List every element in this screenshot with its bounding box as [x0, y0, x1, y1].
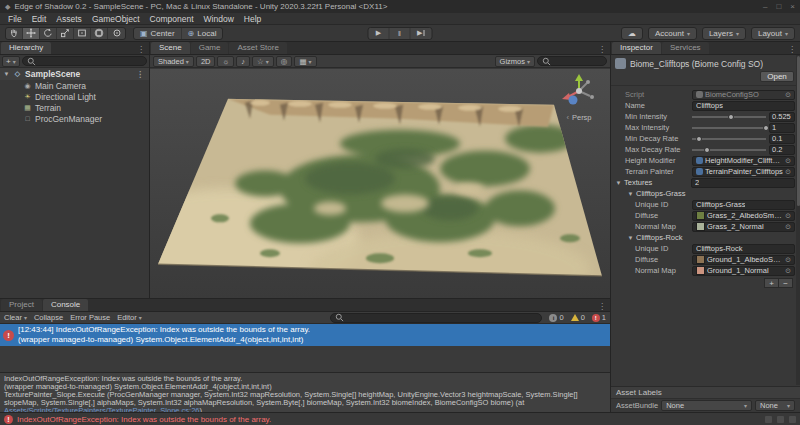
- scene-orientation-gizmo[interactable]: ‹ Persp: [556, 71, 602, 122]
- object-picker-icon[interactable]: ⊙: [785, 256, 791, 264]
- pivot-mode-button[interactable]: ▣ Center: [134, 28, 182, 39]
- normal-texture-field[interactable]: Ground_1_Normal ⊙: [692, 266, 795, 276]
- warning-count-toggle[interactable]: 0: [571, 313, 585, 322]
- max-intensity-slider[interactable]: [692, 123, 766, 133]
- tab-console[interactable]: Console: [43, 299, 88, 311]
- maximize-button[interactable]: □: [776, 2, 781, 11]
- info-count-toggle[interactable]: i 0: [549, 313, 563, 322]
- assetbundle-dropdown[interactable]: None ▾: [661, 400, 752, 411]
- 2d-toggle[interactable]: 2D: [196, 56, 216, 67]
- rotation-space-button[interactable]: ⊕ Local: [182, 28, 223, 39]
- scene-menu-icon[interactable]: ⋮: [594, 45, 610, 54]
- min-decay-slider[interactable]: [692, 134, 766, 144]
- audio-toggle[interactable]: ♪: [236, 56, 250, 67]
- scene-options-icon[interactable]: ⋮: [136, 70, 146, 79]
- open-button[interactable]: Open: [760, 71, 794, 82]
- remove-element-button[interactable]: −: [778, 278, 793, 288]
- lighting-toggle[interactable]: ☼: [217, 56, 234, 67]
- slider-handle[interactable]: [696, 136, 702, 142]
- minimize-button[interactable]: –: [763, 2, 767, 11]
- hierarchy-menu-icon[interactable]: ⋮: [133, 45, 149, 54]
- visibility-toggle[interactable]: ◎: [276, 56, 293, 67]
- create-object-button[interactable]: + ▾: [2, 56, 20, 67]
- menu-assets[interactable]: Assets: [51, 14, 87, 24]
- collapse-toggle[interactable]: Collapse: [34, 313, 63, 322]
- min-decay-value[interactable]: 0.1: [769, 134, 795, 144]
- status-message[interactable]: IndexOutOfRangeException: Index was outs…: [17, 415, 271, 424]
- array-size-field[interactable]: 2: [691, 178, 795, 188]
- projection-toggle[interactable]: ‹ Persp: [556, 113, 602, 122]
- play-button[interactable]: ▶: [369, 28, 390, 39]
- tab-scene[interactable]: Scene: [151, 42, 190, 54]
- pan-tool-button[interactable]: [6, 28, 23, 39]
- layers-dropdown[interactable]: Layers ▾: [702, 27, 746, 40]
- account-dropdown[interactable]: Account ▾: [648, 27, 697, 40]
- hierarchy-item-procgenmanager[interactable]: □ ProcGenManager: [0, 113, 149, 124]
- menu-gameobject[interactable]: GameObject: [87, 14, 145, 24]
- diffuse-texture-field[interactable]: Ground_1_AlbedoSmoothness ⊙: [692, 255, 795, 265]
- add-element-button[interactable]: +: [764, 278, 779, 288]
- max-intensity-value[interactable]: 1: [769, 123, 795, 133]
- max-decay-slider[interactable]: [692, 145, 766, 155]
- hierarchy-search-input[interactable]: [22, 56, 147, 66]
- texture-group-foldout[interactable]: ▼ Clifftops-Grass: [615, 188, 795, 199]
- console-search-input[interactable]: [330, 313, 542, 323]
- menu-component[interactable]: Component: [145, 14, 199, 24]
- name-input[interactable]: Clifftops: [692, 101, 795, 111]
- script-object-field[interactable]: BiomeConfigSO ⊙: [692, 90, 795, 100]
- console-log-entry-selected[interactable]: ! [12:43:44] IndexOutOfRangeException: I…: [0, 324, 610, 346]
- tab-hierarchy[interactable]: Hierarchy: [1, 42, 51, 54]
- activity-icon[interactable]: [765, 416, 772, 423]
- scrollbar-thumb[interactable]: [797, 56, 800, 206]
- hierarchy-item-directional-light[interactable]: ☀ Directional Light: [0, 91, 149, 102]
- texture-group-foldout[interactable]: ▼ Clifftops-Rock: [615, 232, 795, 243]
- hierarchy-item-terrain[interactable]: ▦ Terrain: [0, 102, 149, 113]
- foldout-open-icon[interactable]: ▼: [3, 71, 10, 77]
- transform-tool-button[interactable]: [91, 28, 108, 39]
- close-button[interactable]: ×: [790, 2, 795, 11]
- rect-tool-button[interactable]: [74, 28, 91, 39]
- tab-services[interactable]: Services: [662, 42, 709, 54]
- tab-game[interactable]: Game: [191, 42, 229, 54]
- editor-dropdown[interactable]: Editor ▾: [117, 313, 142, 322]
- unique-id-input[interactable]: Clifftops-Grass: [692, 200, 795, 210]
- object-picker-icon[interactable]: ⊙: [785, 223, 791, 231]
- assetbundle-variant-dropdown[interactable]: None ▾: [755, 400, 795, 411]
- slider-handle[interactable]: [728, 114, 734, 120]
- menu-window[interactable]: Window: [199, 14, 239, 24]
- progress-icon[interactable]: [777, 416, 784, 423]
- terrain-painter-object-field[interactable]: TerrainPainter_Clifftops ⊙: [692, 167, 795, 177]
- effects-dropdown[interactable]: ☆ ▾: [252, 56, 274, 67]
- slider-handle[interactable]: [704, 147, 710, 153]
- tab-asset-store[interactable]: Asset Store: [229, 42, 286, 54]
- custom-tool-button[interactable]: [108, 28, 125, 39]
- height-modifier-object-field[interactable]: HeightModifier_Clifftops ⊙: [692, 156, 795, 166]
- scene-viewport[interactable]: ‹ Persp: [150, 69, 610, 298]
- rotate-tool-button[interactable]: [40, 28, 57, 39]
- notifications-icon[interactable]: [789, 416, 796, 423]
- error-pause-toggle[interactable]: Error Pause: [70, 313, 110, 322]
- grid-dropdown[interactable]: ▦ ▾: [294, 56, 316, 67]
- diffuse-texture-field[interactable]: Grass_2_AlbedoSmoothness ⊙: [692, 211, 795, 221]
- cloud-services-button[interactable]: ☁: [621, 27, 643, 40]
- clear-button[interactable]: Clear ▾: [4, 313, 27, 322]
- menu-file[interactable]: File: [3, 14, 27, 24]
- hierarchy-scene-row[interactable]: ▼ ◇ SampleScene ⋮: [0, 68, 149, 80]
- object-picker-icon[interactable]: ⊙: [785, 91, 791, 99]
- normal-texture-field[interactable]: Grass_2_Normal ⊙: [692, 222, 795, 232]
- hierarchy-item-main-camera[interactable]: ◉ Main Camera: [0, 80, 149, 91]
- max-decay-value[interactable]: 0.2: [769, 145, 795, 155]
- object-picker-icon[interactable]: ⊙: [785, 212, 791, 220]
- scene-search-input[interactable]: [537, 56, 607, 66]
- min-intensity-value[interactable]: 0.525: [769, 112, 795, 122]
- console-detail-pane[interactable]: IndexOutOfRangeException: Index was outs…: [0, 372, 610, 412]
- textures-foldout[interactable]: ▼ Textures 2: [615, 177, 795, 188]
- step-button[interactable]: ▶: [411, 28, 432, 39]
- gizmos-dropdown[interactable]: Gizmos ▾: [495, 56, 535, 67]
- pause-button[interactable]: ‖: [390, 28, 411, 39]
- unique-id-input[interactable]: Clifftops-Rock: [692, 244, 795, 254]
- object-picker-icon[interactable]: ⊙: [785, 267, 791, 275]
- object-picker-icon[interactable]: ⊙: [785, 157, 791, 165]
- asset-labels-header[interactable]: Asset Labels: [611, 386, 800, 398]
- tab-project[interactable]: Project: [1, 299, 42, 311]
